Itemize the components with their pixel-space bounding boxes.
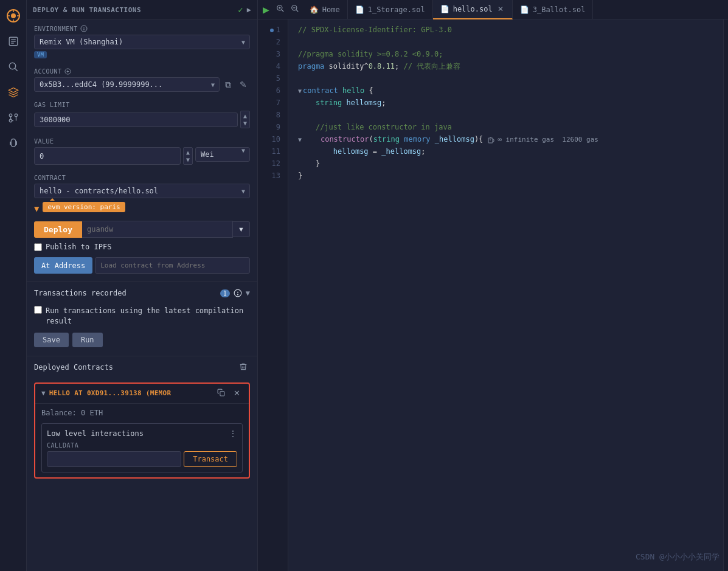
sidebar: [0, 0, 27, 571]
run-transaction-label: Run transactions using the latest compil…: [46, 306, 250, 327]
arrow-down-icon: ▼: [34, 204, 39, 213]
tab-hello-close[interactable]: ✕: [496, 5, 505, 13]
contract-copy-button[interactable]: [215, 387, 227, 400]
line-number-5: 5: [258, 73, 288, 85]
svg-point-23: [237, 294, 238, 295]
line-number-13: 13: [258, 170, 288, 182]
gas-spinner[interactable]: ▲ ▼: [240, 111, 250, 128]
publish-ipfs-checkbox[interactable]: [34, 243, 42, 251]
zoom-in-button[interactable]: [273, 2, 288, 17]
line-number-1: 1: [258, 24, 288, 36]
account-select[interactable]: 0x5B3...eddC4 (99.9999999...: [34, 77, 220, 92]
environment-select[interactable]: Remix VM (Shanghai): [34, 35, 250, 49]
low-level-info-button[interactable]: ⋮: [229, 429, 237, 438]
sidebar-item-git[interactable]: [2, 107, 24, 129]
check-icon: ✓: [238, 5, 243, 15]
run-transaction-checkbox[interactable]: [34, 306, 42, 314]
transactions-header[interactable]: Transactions recorded 1 ▼: [27, 284, 257, 302]
contract-expand-icon[interactable]: ▼: [41, 389, 46, 397]
code-editor[interactable]: // SPDX-License-Identifier: GPL-3.0 //pr…: [288, 19, 723, 571]
code-line-8: [288, 109, 723, 122]
code-line-1: // SPDX-License-Identifier: GPL-3.0: [288, 24, 723, 36]
load-contract-input[interactable]: [95, 257, 250, 274]
copy-account-button[interactable]: ⧉: [222, 78, 234, 92]
contract-item-name: HELLO AT 0XD91...39138 (MEMOR: [49, 389, 211, 397]
trash-button[interactable]: [237, 361, 250, 374]
right-panel: ▶ 🏠 Home 📄 1_Storage.sol 📄 hello.sol ✕ 📄…: [258, 0, 728, 571]
line-number-12: 12: [258, 158, 288, 170]
tab-home-label: Home: [322, 5, 340, 14]
publish-ipfs-label: Publish to IPFS: [46, 243, 111, 251]
watermark: CSDN @小小小小关同学: [636, 552, 719, 562]
breakpoint-dot[interactable]: [270, 29, 274, 32]
tab-home[interactable]: 🏠 Home: [302, 0, 348, 19]
run-icon[interactable]: ▶: [263, 3, 269, 16]
tab-3-ballot[interactable]: 📄 3_Ballot.sol: [513, 0, 594, 19]
environment-select-wrapper: Remix VM (Shanghai) ▼: [34, 35, 250, 49]
deployed-contract-item: ▼ HELLO AT 0XD91...39138 (MEMOR ✕ Balanc…: [34, 382, 250, 479]
sidebar-item-files[interactable]: [2, 30, 24, 52]
line-number-3: 3: [258, 49, 288, 61]
contract-section: CONTRACT hello - contracts/hello.sol ▼ ▼…: [27, 170, 257, 221]
fold-arrow-10[interactable]: ▼: [298, 135, 302, 145]
svg-rect-32: [488, 138, 493, 143]
gas-hint: ∞ infinite gas 12600 gas: [488, 134, 598, 145]
deploy-button[interactable]: Deploy: [34, 221, 82, 238]
sidebar-item-deploy[interactable]: [2, 81, 24, 103]
evm-tooltip-row: ▼ evm version: paris: [34, 202, 250, 215]
value-label: VALUE: [34, 138, 250, 145]
info-circle-icon[interactable]: [234, 289, 242, 297]
file-icon: 📄: [520, 5, 529, 14]
save-button[interactable]: Save: [34, 333, 69, 347]
info-icon: [80, 25, 88, 32]
line-numbers: 1 2 3 4 5 6 7 8 9 10 11 12 13: [258, 19, 288, 571]
run-button[interactable]: Run: [72, 333, 103, 347]
tab-1-storage-label: 1_Storage.sol: [368, 5, 425, 14]
contract-select[interactable]: hello - contracts/hello.sol: [34, 184, 250, 198]
tab-1-storage[interactable]: 📄 1_Storage.sol: [348, 0, 433, 19]
transact-button[interactable]: Transact: [184, 451, 237, 467]
contract-row: hello - contracts/hello.sol ▼: [34, 184, 250, 198]
home-icon: 🏠: [310, 5, 319, 14]
line-number-11: 11: [258, 146, 288, 158]
calldata-input[interactable]: [47, 451, 181, 467]
panel-header: DEPLOY & RUN TRANSACTIONS ✓ ▶: [27, 0, 257, 20]
value-input[interactable]: [34, 147, 181, 165]
deployed-contracts-section: Deployed Contracts ▼ HELLO AT 0XD91...39…: [27, 356, 257, 482]
transactions-badge: 1: [220, 289, 230, 297]
transactions-section: Transactions recorded 1 ▼ Run transactio…: [27, 284, 257, 356]
fold-arrow-6[interactable]: ▼: [298, 86, 302, 96]
svg-line-30: [296, 10, 299, 12]
code-line-4: pragma solidity ^ 0.8.11 ; // 代表向上兼容: [288, 61, 723, 73]
value-spinner[interactable]: ▲ ▼: [183, 147, 193, 165]
sidebar-logo[interactable]: [2, 5, 24, 27]
deploy-dropdown-button[interactable]: ▼: [233, 221, 250, 237]
tab-hello[interactable]: 📄 hello.sol ✕: [433, 0, 513, 19]
code-line-3: //pragma solidity >=0.8.2 <0.9.0;: [288, 49, 723, 61]
at-address-button[interactable]: At Address: [34, 257, 92, 274]
svg-line-26: [282, 10, 284, 12]
gas-limit-input[interactable]: [34, 112, 238, 127]
at-address-row: At Address: [34, 257, 250, 274]
publish-ipfs-row: Publish to IPFS: [34, 243, 250, 251]
gas-limit-label: GAS LIMIT: [34, 102, 250, 108]
scrollbar-right[interactable]: [723, 19, 728, 571]
sidebar-item-debug[interactable]: [2, 133, 24, 154]
transactions-title: Transactions recorded: [34, 289, 217, 297]
account-section: ACCOUNT 0x5B3...eddC4 (99.9999999... ▼ ⧉…: [27, 63, 257, 97]
run-transaction-row: Run transactions using the latest compil…: [34, 306, 250, 327]
edit-account-button[interactable]: ✎: [237, 78, 250, 91]
deploy-section: Deploy ▼ Publish to IPFS At Address: [27, 221, 257, 279]
value-row: ▲ ▼ Wei Gwei Ether ▼: [34, 147, 250, 165]
sidebar-item-search[interactable]: [2, 56, 24, 78]
evm-tooltip: evm version: paris: [43, 202, 125, 212]
zoom-out-button[interactable]: [288, 2, 302, 17]
account-label: ACCOUNT: [34, 68, 250, 75]
deploy-arg-input[interactable]: [82, 221, 233, 238]
vm-badge: VM: [34, 49, 250, 58]
unit-select[interactable]: Wei Gwei Ether: [195, 147, 250, 162]
svg-point-1: [11, 13, 16, 18]
contract-close-button[interactable]: ✕: [231, 387, 243, 399]
tab-3-ballot-label: 3_Ballot.sol: [533, 5, 586, 14]
line-number-8: 8: [258, 109, 288, 122]
